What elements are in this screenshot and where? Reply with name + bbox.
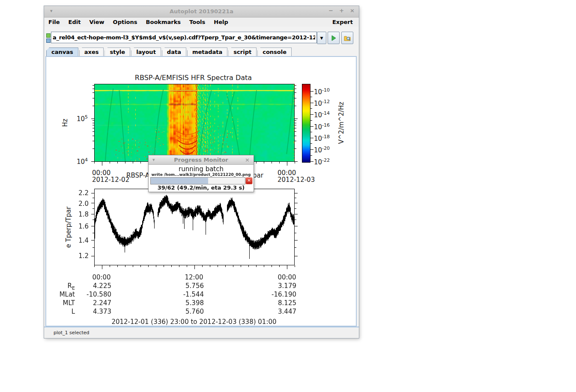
timeseries-plot[interactable] <box>88 186 300 274</box>
tab-data[interactable]: data <box>162 48 186 56</box>
window-title: Autoplot 20190221a <box>44 8 359 15</box>
dialog-close-icon[interactable]: × <box>245 155 250 164</box>
progress-status-label: 39/62 (49.2/min, eta 29.3 s) <box>149 184 254 191</box>
tab-layout[interactable]: layout <box>131 48 161 56</box>
tab-axes[interactable]: axes <box>79 48 104 56</box>
datasource-indicator <box>46 33 51 44</box>
chevron-down-icon: ▼ <box>320 36 323 40</box>
menu-view[interactable]: View <box>85 18 108 26</box>
close-icon[interactable]: × <box>350 7 355 14</box>
cancel-button[interactable]: ✕ <box>245 177 253 184</box>
tab-console[interactable]: console <box>257 48 292 56</box>
tab-canvas[interactable]: canvas <box>46 48 78 56</box>
tab-style[interactable]: style <box>104 48 130 56</box>
progress-task-label: running batch <box>149 165 254 173</box>
progress-dialog-titlebar[interactable]: ▾ Progress Monitor × <box>149 155 254 165</box>
status-message: plot_1 selected <box>54 330 90 336</box>
menu-help[interactable]: Help <box>209 18 232 26</box>
minimize-icon[interactable]: − <box>328 7 333 14</box>
datasource-blue-icon <box>46 39 51 43</box>
uri-input[interactable] <box>51 32 317 43</box>
menu-file[interactable]: File <box>44 18 64 26</box>
expert-label: Expert <box>332 19 359 25</box>
progress-dialog-title: Progress Monitor <box>174 157 228 163</box>
uri-dropdown-button[interactable]: ▼ <box>317 32 326 44</box>
desktop: ▾ Autoplot 20190221a − + × File Edit Vie… <box>0 0 576 392</box>
menu-options[interactable]: Options <box>109 18 142 26</box>
autoplot-window: ▾ Autoplot 20190221a − + × File Edit Vie… <box>44 6 359 338</box>
menu-edit[interactable]: Edit <box>64 18 85 26</box>
menubar: File Edit View Options Bookmarks Tools H… <box>44 18 359 27</box>
progress-monitor-dialog[interactable]: ▾ Progress Monitor × running batch write… <box>148 155 254 192</box>
progress-bar-fill <box>151 178 208 184</box>
go-button[interactable] <box>328 32 340 44</box>
maximize-icon[interactable]: + <box>339 7 344 14</box>
menu-bookmarks[interactable]: Bookmarks <box>142 18 185 26</box>
window-titlebar[interactable]: ▾ Autoplot 20190221a − + × <box>44 6 359 18</box>
datasource-green-icon <box>46 33 51 38</box>
inspect-uri-button[interactable] <box>341 32 353 44</box>
statusbar: plot_1 selected <box>44 327 359 338</box>
tab-script[interactable]: script <box>228 48 257 56</box>
uri-toolbar: ▼ <box>44 27 359 47</box>
collapse-icon[interactable]: ▾ <box>152 155 155 164</box>
tab-metadata[interactable]: metadata <box>187 48 227 56</box>
main-tabs: canvas axes style layout data metadata s… <box>46 47 292 56</box>
play-icon <box>331 35 337 41</box>
progress-detail-label: write /hom...walk3/product_20121220_00.p… <box>149 172 254 177</box>
folder-search-icon <box>344 35 351 41</box>
progress-bar <box>150 177 245 184</box>
menu-tools[interactable]: Tools <box>185 18 209 26</box>
